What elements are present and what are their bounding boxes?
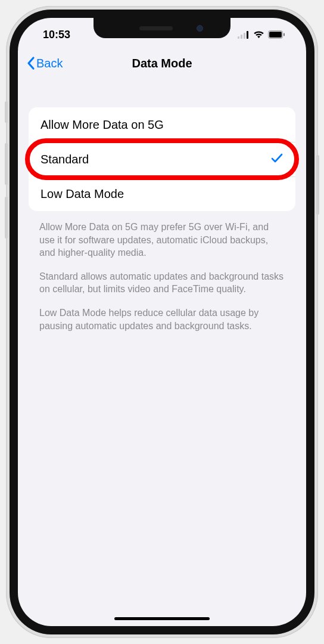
footer-p1: Allow More Data on 5G may prefer 5G over…: [39, 221, 285, 259]
svg-rect-1: [241, 35, 242, 39]
volume-down-button: [5, 197, 8, 239]
wifi-icon: [253, 30, 264, 39]
footer-p2: Standard allows automatic updates and ba…: [39, 270, 285, 296]
svg-rect-5: [269, 32, 282, 38]
phone-frame: 10:53: [6, 6, 318, 638]
svg-rect-3: [247, 31, 248, 39]
page-title: Data Mode: [132, 57, 192, 70]
chevron-left-icon: [26, 56, 35, 70]
option-label: Allow More Data on 5G: [40, 118, 164, 132]
nav-bar: Back Data Mode: [18, 48, 306, 79]
footer-description: Allow More Data on 5G may prefer 5G over…: [29, 221, 295, 332]
status-time: 10:53: [43, 29, 70, 41]
svg-rect-6: [284, 33, 285, 36]
battery-icon: [268, 30, 285, 39]
home-indicator[interactable]: [114, 617, 210, 620]
data-mode-list: Allow More Data on 5G Standard Low Data …: [29, 107, 295, 211]
back-button[interactable]: Back: [26, 56, 63, 70]
option-label: Standard: [40, 153, 89, 166]
cellular-icon: [238, 31, 250, 39]
footer-p3: Low Data Mode helps reduce cellular data…: [39, 306, 285, 332]
svg-rect-2: [244, 33, 245, 39]
option-low-data-mode[interactable]: Low Data Mode: [29, 177, 295, 211]
mute-switch: [5, 101, 8, 123]
volume-up-button: [5, 143, 8, 185]
option-label: Low Data Mode: [40, 187, 124, 201]
phone-screen: 10:53: [18, 18, 306, 626]
svg-rect-0: [238, 36, 239, 39]
checkmark-icon: [270, 151, 284, 168]
front-camera: [197, 25, 203, 32]
status-icons: [238, 30, 285, 39]
speaker-grille: [139, 26, 173, 30]
option-standard[interactable]: Standard: [29, 142, 295, 177]
notch: [94, 18, 230, 38]
option-allow-more-5g[interactable]: Allow More Data on 5G: [29, 107, 295, 142]
content-area: Allow More Data on 5G Standard Low Data …: [18, 107, 306, 626]
back-label: Back: [36, 57, 63, 70]
power-button: [316, 155, 319, 215]
